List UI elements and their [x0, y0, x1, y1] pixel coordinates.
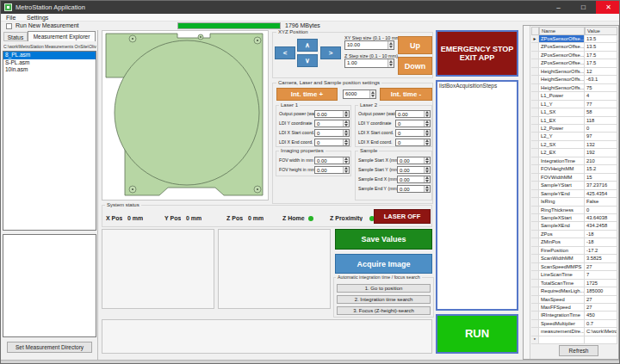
grid-row[interactable]: ZPosSensorOffse...17.5: [531, 52, 617, 59]
menu-file[interactable]: File: [6, 14, 16, 22]
grid-row[interactable]: SampleYStart37.23716: [531, 182, 617, 189]
grid-value-cell[interactable]: -18: [585, 238, 617, 246]
grid-value-cell[interactable]: 37.23716: [585, 182, 617, 189]
spin-down-icon[interactable]: [425, 114, 430, 118]
spinner[interactable]: [343, 139, 349, 145]
grid-value-header[interactable]: Value: [585, 27, 617, 35]
grid-value-cell[interactable]: 192: [585, 149, 617, 157]
grid-row[interactable]: L2_Y97: [531, 133, 617, 140]
grid-row-header[interactable]: [531, 190, 539, 198]
spin-down-icon[interactable]: [344, 143, 349, 146]
grid-name-cell[interactable]: IntegrationTime: [539, 157, 585, 165]
grid-row[interactable]: IRIntegrationTime450: [531, 312, 617, 319]
grid-row-header[interactable]: [531, 320, 539, 328]
grid-name-cell[interactable]: [539, 336, 585, 344]
grid-row[interactable]: L2_SX132: [531, 141, 617, 149]
grid-value-cell[interactable]: 97: [585, 133, 617, 140]
grid-row-header[interactable]: [531, 328, 539, 336]
grid-row[interactable]: L2_Power0: [531, 125, 617, 133]
grid-row[interactable]: SampleXStart43.64038: [531, 214, 617, 222]
grid-value-cell[interactable]: 12: [585, 68, 617, 76]
spin-down-icon[interactable]: [388, 46, 394, 50]
grid-name-cell[interactable]: SpeedMultiplier: [539, 320, 585, 328]
grid-row-header[interactable]: [531, 280, 539, 287]
grid-row-header[interactable]: [531, 101, 539, 108]
grid-row[interactable]: ZPosSensorOffse...17.5: [531, 59, 617, 67]
sample-endx-input[interactable]: 0.00: [397, 176, 431, 183]
z-step-spinner[interactable]: [388, 59, 394, 67]
grid-value-cell[interactable]: 0: [585, 207, 617, 214]
spinner[interactable]: [343, 130, 349, 136]
move-right-button[interactable]: >: [320, 46, 341, 59]
laser2-y-input[interactable]: 0: [395, 120, 431, 127]
minimize-button[interactable]: –: [546, 1, 571, 14]
laser2-power-input[interactable]: 0.00: [395, 110, 431, 118]
grid-row[interactable]: MaxSpeed27: [531, 296, 617, 304]
grid-name-cell[interactable]: TotalScanTime: [539, 280, 585, 287]
laser1-power-input[interactable]: 0.00: [314, 110, 350, 118]
laser1-y-input[interactable]: 0: [314, 120, 350, 127]
grid-value-cell[interactable]: -18: [585, 231, 617, 238]
grid-name-cell[interactable]: RequiredMaxLigh...: [539, 287, 585, 295]
spin-down-icon[interactable]: [425, 170, 430, 174]
grid-name-cell[interactable]: HeightSensorOffs...: [539, 76, 585, 83]
acquire-image-button[interactable]: Acquire Image: [335, 254, 432, 274]
grid-row[interactable]: ZPos-18: [531, 231, 617, 238]
spinner[interactable]: [424, 111, 430, 117]
grid-name-cell[interactable]: L2_SX: [539, 141, 585, 149]
grid-name-cell[interactable]: L1_Power: [539, 92, 585, 100]
spin-down-icon[interactable]: [344, 124, 349, 127]
sample-endy-input[interactable]: 0.00: [397, 185, 431, 193]
grid-row[interactable]: HeightSensorOffs...75: [531, 84, 617, 92]
spinner[interactable]: [343, 157, 349, 163]
grid-row-header[interactable]: [531, 198, 539, 206]
grid-row[interactable]: L1_Y77: [531, 101, 617, 108]
grid-value-cell[interactable]: 75: [585, 84, 617, 92]
grid-value-cell[interactable]: 434.2458: [585, 222, 617, 230]
grid-value-cell[interactable]: 13.5: [585, 43, 617, 51]
grid-row-header[interactable]: [531, 247, 539, 255]
grid-row[interactable]: RingThickness0: [531, 207, 617, 214]
grid-row[interactable]: ZPosSensorOffse...13.5: [531, 43, 617, 51]
grid-row-header[interactable]: [531, 222, 539, 230]
tab-measurement-explorer[interactable]: Measurement Explorer: [28, 31, 96, 41]
grid-name-cell[interactable]: L2_Y: [539, 133, 585, 140]
spinner[interactable]: [424, 120, 430, 126]
menu-settings[interactable]: Settings: [27, 14, 48, 22]
focus-search-button[interactable]: 3. Focus (Z-height)-search: [337, 306, 431, 315]
spin-down-icon[interactable]: [344, 133, 349, 137]
grid-row-header[interactable]: [531, 141, 539, 149]
grid-row-header[interactable]: [531, 214, 539, 222]
grid-name-cell[interactable]: IRIntegrationTime: [539, 312, 585, 319]
grid-row-header[interactable]: [531, 238, 539, 246]
grid-row[interactable]: FinePosition-17.2: [531, 247, 617, 255]
grid-row[interactable]: IntegrationTime210: [531, 157, 617, 165]
file-list[interactable]: 8_PL.asmS-PL.asm10in.asm: [3, 51, 96, 231]
grid-row[interactable]: TotalScanTime1725: [531, 280, 617, 287]
grid-name-cell[interactable]: MaxFFSpeed: [539, 304, 585, 312]
grid-row-header[interactable]: [531, 92, 539, 100]
grid-name-cell[interactable]: ScanWidthMM: [539, 255, 585, 262]
laser2-xstart-input[interactable]: 0: [395, 129, 431, 137]
grid-row-header[interactable]: [531, 312, 539, 319]
grid-row[interactable]: IsRingFalse: [531, 198, 617, 206]
grid-value-cell[interactable]: 15.2: [585, 165, 617, 173]
spin-down-icon[interactable]: [425, 189, 430, 193]
grid-name-cell[interactable]: LineScanTime: [539, 271, 585, 279]
grid-name-cell[interactable]: SampleXStart: [539, 214, 585, 222]
emergency-stop-button[interactable]: EMERGENCY STOP EXIT APP: [436, 30, 518, 77]
grid-row[interactable]: ScanSpeedMMPS27: [531, 263, 617, 271]
grid-name-cell[interactable]: FOVWidthMM: [539, 174, 585, 182]
go-to-position-button[interactable]: 1. Go to position: [337, 284, 431, 293]
set-measurement-directory-button[interactable]: Set Measurement Directory: [7, 342, 92, 353]
file-item[interactable]: 10in.asm: [3, 66, 96, 74]
grid-row-header[interactable]: [531, 263, 539, 271]
refresh-button[interactable]: Refresh: [559, 345, 598, 356]
integration-time-search-button[interactable]: 2. Integration time search: [337, 295, 431, 304]
grid-row[interactable]: ZMinPos-18: [531, 238, 617, 246]
sample-starty-input[interactable]: 0.00: [397, 166, 431, 174]
move-left-button[interactable]: <: [275, 46, 295, 59]
grid-row-header[interactable]: [531, 108, 539, 116]
acquisition-steps-list[interactable]: listBoxAcquisitionSteps: [436, 80, 518, 311]
grid-row-header[interactable]: [531, 231, 539, 238]
